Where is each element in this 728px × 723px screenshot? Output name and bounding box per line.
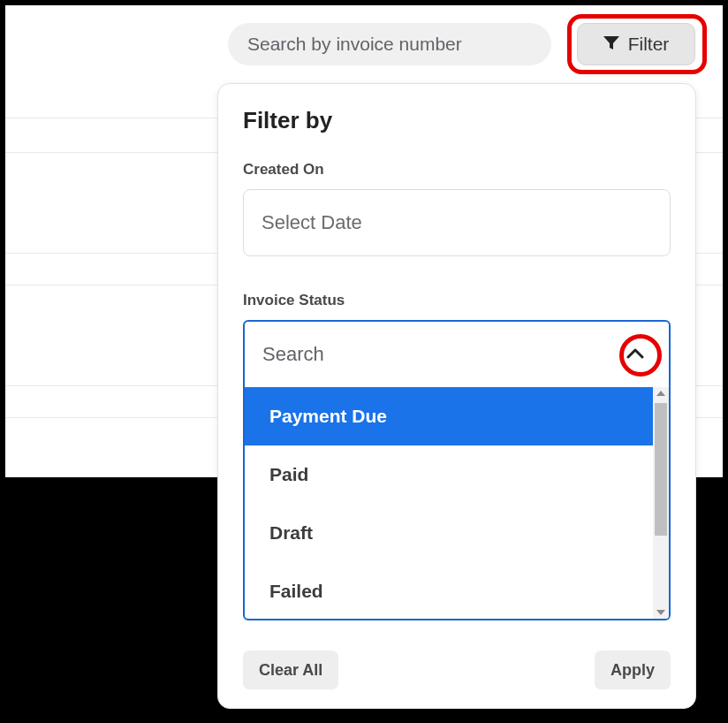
filter-button-label: Filter (628, 34, 670, 55)
option-failed[interactable]: Failed (245, 562, 653, 619)
option-draft[interactable]: Draft (245, 504, 653, 562)
scroll-down-icon (656, 610, 665, 615)
scroll-thumb[interactable] (655, 403, 667, 536)
option-payment-due[interactable]: Payment Due (245, 387, 653, 445)
chevron-up-icon (626, 346, 644, 362)
collapse-toggle[interactable] (616, 335, 655, 374)
created-on-input[interactable]: Select Date (243, 189, 671, 256)
created-on-label: Created On (243, 161, 671, 179)
invoice-status-search[interactable]: Search (245, 322, 669, 387)
scroll-up-icon (656, 391, 665, 396)
funnel-icon (603, 34, 619, 55)
invoice-status-options: Payment Due Paid Draft Failed (245, 387, 653, 619)
invoice-status-search-placeholder: Search (262, 343, 324, 366)
search-input[interactable]: Search by invoice number (228, 23, 551, 65)
search-placeholder: Search by invoice number (247, 34, 462, 55)
invoice-status-label: Invoice Status (243, 292, 671, 309)
options-scrollbar[interactable] (653, 387, 669, 619)
created-on-placeholder: Select Date (262, 211, 362, 234)
invoice-status-combobox[interactable]: Search Payment Due Paid Draft Failed (243, 320, 671, 620)
option-paid[interactable]: Paid (245, 445, 653, 504)
clear-all-button[interactable]: Clear All (243, 651, 338, 689)
panel-title: Filter by (243, 107, 671, 134)
filter-panel: Filter by Created On Select Date Invoice… (217, 83, 696, 709)
apply-button[interactable]: Apply (595, 651, 671, 689)
filter-button[interactable]: Filter (577, 23, 695, 65)
